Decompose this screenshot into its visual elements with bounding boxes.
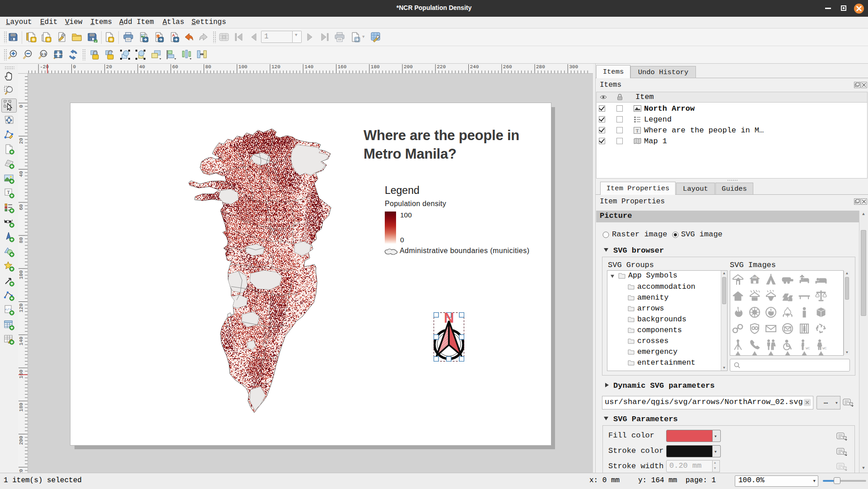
svg-text:160: 160 — [19, 370, 24, 379]
svg-text:200: 200 — [19, 436, 24, 445]
svg-text:140: 140 — [19, 337, 24, 346]
svg-text:B&B: B&B — [752, 276, 757, 279]
svg-text:200: 200 — [404, 64, 413, 70]
svg-text:100: 100 — [238, 64, 247, 70]
svg-text:A: A — [172, 33, 175, 38]
svg-text:1:1: 1:1 — [41, 52, 47, 56]
svg-text:T: T — [636, 128, 639, 133]
svg-text:40: 40 — [19, 171, 24, 177]
svg-text:WC: WC — [822, 346, 827, 350]
svg-text:140: 140 — [304, 64, 313, 70]
svg-text:60: 60 — [172, 64, 178, 70]
svg-text:220: 220 — [19, 469, 24, 473]
svg-text:80: 80 — [19, 237, 24, 243]
svg-text:180: 180 — [19, 403, 24, 412]
svg-text:20: 20 — [19, 138, 24, 144]
svg-text:180: 180 — [371, 64, 380, 70]
svg-text:120: 120 — [19, 304, 24, 313]
svg-text:N: N — [444, 312, 454, 326]
svg-text:60: 60 — [19, 204, 24, 210]
svg-text:T: T — [7, 189, 10, 195]
svg-text:240: 240 — [470, 64, 479, 70]
svg-text:0: 0 — [19, 105, 24, 108]
svg-text:0: 0 — [73, 64, 76, 70]
svg-text:300: 300 — [569, 64, 578, 70]
svg-text:80: 80 — [205, 64, 211, 70]
svg-text:WC: WC — [806, 346, 810, 350]
svg-text:40: 40 — [139, 64, 145, 70]
svg-text:280: 280 — [536, 64, 545, 70]
svg-text:100: 100 — [19, 270, 24, 279]
svg-text:160: 160 — [338, 64, 347, 70]
svg-text:220: 220 — [437, 64, 446, 70]
svg-text:20: 20 — [106, 64, 112, 70]
svg-text:120: 120 — [271, 64, 280, 70]
svg-text:260: 260 — [503, 64, 512, 70]
